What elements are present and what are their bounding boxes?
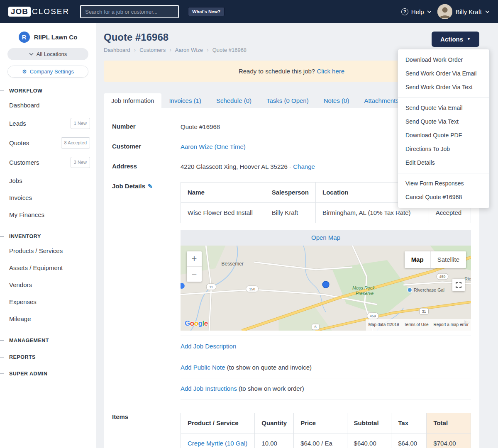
tab-job-information[interactable]: Job Information [104,93,161,108]
job-salesperson-cell: Billy Kraft [265,203,315,223]
map-label-fragment: Ric [464,276,471,281]
customer-type-link[interactable]: (One Time) [215,143,246,150]
sidebar-item-invoices[interactable]: Invoices [0,189,96,206]
zoom-in-button[interactable]: + [187,251,202,266]
breadcrumb-separator-icon: › [207,46,209,53]
user-avatar [437,4,452,19]
chevron-down-icon [29,53,34,56]
menu-item-send-quote-text[interactable]: Send Quote Via Text [398,115,489,129]
sidebar-item-vendors[interactable]: Vendors [0,276,96,293]
company-name: RIIPL Lawn Co [34,34,78,41]
menu-item-send-work-order-email[interactable]: Send Work Order Via Email [398,67,489,80]
fullscreen-icon [456,282,461,288]
tab-invoices[interactable]: Invoices (1) [161,93,209,108]
open-map-link[interactable]: Open Map [311,234,340,241]
sidebar-item-quotes[interactable]: Quotes 8 Accepted [0,133,96,153]
items-col-price: Price [294,413,347,433]
items-col-total: Total [427,413,471,433]
address-change-link[interactable]: Change [293,163,315,170]
tab-schedule[interactable]: Schedule (0) [209,93,259,108]
menu-item-send-quote-email[interactable]: Send Quote Via Email [398,101,489,115]
sidebar-item-products-services[interactable]: Products / Services [0,242,96,259]
map-section: Open Map [181,230,471,331]
terms-of-use-link[interactable]: Terms of Use [404,320,429,329]
map-label-preserve-2: Preserve [356,291,374,296]
add-job-instructions-link[interactable]: Add Job Instructions [181,385,237,392]
menu-item-cancel-quote[interactable]: Cancel Quote #16968 [398,190,489,204]
edit-pencil-icon[interactable]: ✎ [148,183,153,190]
sidebar-section-workflow[interactable]: WORKFLOW [0,88,96,94]
address-value: 4220 Glasscott Xing, Hoover AL 35226 - [181,163,291,170]
sidebar-item-label: Invoices [9,193,32,202]
sidebar-item-assets-equipment[interactable]: Assets / Equipment [0,259,96,276]
sidebar-item-dashboard[interactable]: Dashboard [0,97,96,114]
help-label: Help [411,8,424,15]
main-content: Quote #16968 Dashboard › Customers › Aar… [96,23,498,448]
chevron-down-icon [427,10,432,13]
menu-item-directions-to-job[interactable]: Directions To Job [398,142,489,156]
app-logo[interactable]: JOB CLOSER [8,7,69,17]
customer-label: Customer [112,142,181,150]
sidebar-item-jobs[interactable]: Jobs [0,172,96,189]
leads-badge: 1 New [71,118,90,129]
actions-button[interactable]: Actions ▼ [432,32,479,47]
highway-shield: 459 [439,275,446,279]
sidebar-item-label: Leads [9,119,26,128]
job-name-cell: Wise Flower Bed Install [181,203,265,223]
menu-item-download-quote-pdf[interactable]: Download Quote PDF [398,129,489,142]
menu-item-download-work-order[interactable]: Download Work Order [398,53,489,67]
user-menu[interactable]: Billy Kraft [437,4,490,19]
sidebar-item-customers[interactable]: Customers 3 New [0,153,96,172]
sidebar-section-inventory[interactable]: INVENTORY [0,233,96,240]
menu-item-send-work-order-text[interactable]: Send Work Order Via Text [398,80,489,94]
items-col-product: Product / Service [181,413,255,433]
menu-item-edit-details[interactable]: Edit Details [398,156,489,170]
sidebar-item-expenses[interactable]: Expenses [0,293,96,310]
page-title: Quote #16968 [104,32,247,43]
customer-name-link[interactable]: Aaron Wize [181,143,213,150]
breadcrumb-customers[interactable]: Customers [139,47,166,53]
item-product-link[interactable]: Crepe Myrtle (10 Gal) [188,440,247,447]
tab-tasks[interactable]: Tasks (0 Open) [259,93,316,108]
company-settings-button[interactable]: ⚙ Company Settings [7,66,88,78]
sidebar-item-label: Assets / Equipment [9,263,63,272]
whats-new-button[interactable]: What's New? [188,7,225,16]
report-map-error-link[interactable]: Report a map error [434,320,469,329]
quotes-badge: 8 Accepted [61,137,90,149]
item-quantity: 10.00 [255,433,294,448]
map-view-button[interactable]: Map [405,251,430,268]
search-input[interactable] [80,5,179,18]
map-data-text: Map data ©2019 [369,320,399,329]
menu-item-view-form-responses[interactable]: View Form Responses [398,177,489,190]
tab-notes[interactable]: Notes (0) [316,93,357,108]
sidebar-section-super-admin[interactable]: SUPER ADMIN [0,370,96,377]
sidebar-section-reports[interactable]: REPORTS [0,354,96,360]
all-locations-dropdown[interactable]: All Locations [7,48,88,60]
items-label: Items [112,413,181,420]
add-public-note-row: Add Public Note (to show on quote and in… [181,357,471,378]
item-tax: $64.00 [391,433,427,448]
fullscreen-button[interactable] [452,279,465,291]
breadcrumb-dashboard[interactable]: Dashboard [104,47,130,53]
add-public-note-link[interactable]: Add Public Note [181,364,225,371]
sidebar-item-leads[interactable]: Leads 1 New [0,114,96,133]
satellite-view-button[interactable]: Satellite [430,251,466,268]
company-logo[interactable]: R [19,32,30,43]
zoom-out-button[interactable]: − [187,267,202,282]
help-menu[interactable]: ? Help [401,8,432,15]
map-canvas[interactable]: Bessemer Moss Rock Preserve Riverchase G… [181,246,471,331]
sidebar-section-management[interactable]: MANAGEMENT [0,337,96,344]
help-icon: ? [401,8,408,15]
google-logo[interactable]: Google [185,319,208,328]
schedule-click-here-link[interactable]: Click here [317,68,344,75]
sidebar-item-mileage[interactable]: Mileage [0,310,96,327]
sidebar-item-my-finances[interactable]: My Finances [0,206,96,223]
address-label: Address [112,162,181,170]
add-links-section: Add Job Description Add Public Note (to … [181,336,471,399]
chevron-down-icon [485,10,490,13]
sidebar-item-label: Vendors [9,280,32,289]
add-job-description-link[interactable]: Add Job Description [181,343,236,350]
actions-dropdown-menu: Download Work Order Send Work Order Via … [398,49,490,208]
breadcrumb-customer-name[interactable]: Aaron Wize [175,47,203,53]
customers-badge: 3 New [71,157,90,168]
